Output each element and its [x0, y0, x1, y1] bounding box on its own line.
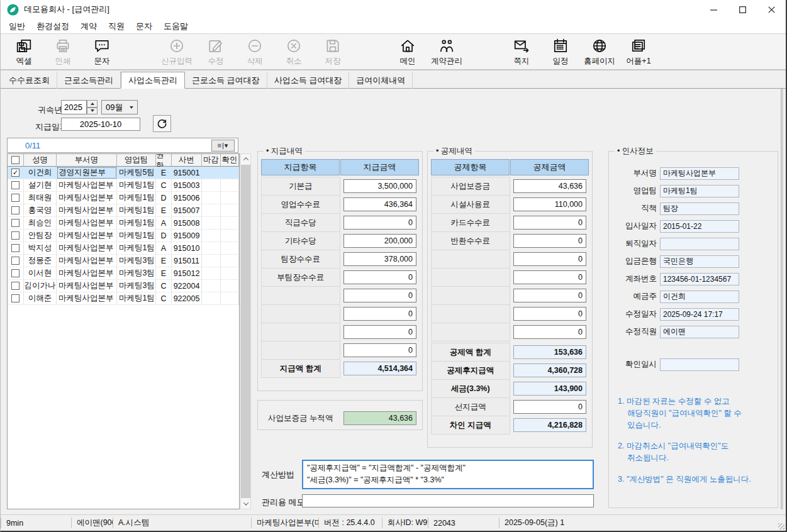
tab[interactable]: 급여이체내역	[349, 72, 413, 89]
col-dept[interactable]: 부서명	[57, 154, 117, 167]
row-checkbox[interactable]	[8, 192, 24, 204]
pay-date-input[interactable]	[61, 118, 140, 131]
col-auth[interactable]: 권한	[156, 154, 172, 167]
deduction-amount-input[interactable]: 110,000	[513, 197, 586, 211]
payment-amount-input[interactable]: 200,000	[343, 234, 416, 248]
toolbar-item[interactable]: 삭제	[235, 36, 274, 67]
deduction-amount-input[interactable]: 0	[513, 289, 586, 302]
employee-row[interactable]: 안팀장 마케팅사업본부 마케팅1팀 D 915009	[8, 230, 239, 242]
minimize-icon[interactable]	[699, 0, 728, 19]
list-menu-button[interactable]: ≡|▾	[211, 140, 235, 152]
refresh-button[interactable]	[153, 115, 171, 132]
deduction-summary: 공제액 합계 153,636 공제후지급액 4,360,728 세금(3.3%)…	[431, 343, 589, 435]
tab[interactable]: 사업소득관리	[121, 72, 185, 89]
employee-row[interactable]: 설기현 마케팅사업본부 마케팅1팀 C 915003	[8, 179, 239, 192]
deduction-amount-input[interactable]: 0	[513, 325, 586, 339]
toolbar-item[interactable]: 문자	[82, 36, 121, 67]
year-spinner[interactable]	[87, 100, 98, 114]
col-name[interactable]: 성명	[24, 154, 57, 167]
toolbar-item[interactable]: 계약관리	[427, 36, 466, 67]
deduction-summary-value[interactable]: 0	[513, 400, 586, 414]
employee-row[interactable]: 박지성 마케팅사업본부 마케팅1팀 A 915010	[8, 242, 239, 255]
employee-row[interactable]: 이서현 마케팅사업본부 마케팅3팀 E 915012	[8, 267, 239, 280]
menu-item[interactable]: 직원	[103, 19, 130, 33]
toolbar-item[interactable]: 홈페이지	[580, 36, 619, 67]
toolbar-item[interactable]: 저장	[313, 36, 352, 67]
row-checkbox[interactable]	[8, 167, 24, 179]
menu-item[interactable]: 문자	[130, 19, 158, 33]
resize-grip[interactable]	[778, 523, 784, 529]
col-confirm[interactable]: 확인	[221, 154, 239, 167]
scroll-up-icon[interactable]	[241, 154, 250, 164]
deduction-row: 0	[431, 304, 589, 323]
payment-amount-input[interactable]: 0	[343, 325, 416, 339]
row-checkbox[interactable]	[8, 242, 24, 255]
menu-item[interactable]: 환경설정	[31, 19, 75, 33]
row-checkbox[interactable]	[8, 255, 24, 267]
scroll-down-icon[interactable]	[241, 499, 250, 509]
spin-down-icon[interactable]	[87, 108, 98, 115]
menu-item[interactable]: 일반	[3, 19, 31, 33]
payment-amount-input[interactable]: 0	[343, 289, 416, 302]
month-select[interactable]: 09월	[101, 100, 138, 114]
payment-panel-title: 지급내역	[264, 146, 305, 157]
payment-amount-input[interactable]: 0	[343, 307, 416, 321]
right-scroll-strip[interactable]	[781, 89, 783, 509]
status-bar: 9min에이맨(900000)A.시스템마케팅사업본부(마케팅1팀)버전 : 2…	[1, 514, 786, 531]
maximize-icon[interactable]	[728, 0, 757, 19]
deduction-amount-input[interactable]: 0	[513, 234, 586, 248]
row-checkbox[interactable]	[8, 280, 24, 292]
spin-up-icon[interactable]	[87, 100, 98, 108]
toolbar-item[interactable]: 수정	[196, 36, 235, 67]
deduction-amount-input[interactable]: 0	[513, 252, 586, 266]
memo-input[interactable]	[302, 494, 594, 507]
row-checkbox[interactable]	[8, 267, 24, 280]
col-empno[interactable]: 사번	[172, 154, 202, 167]
sms-icon	[94, 36, 110, 55]
employee-row[interactable]: 홍국영 마케팅사업본부 마케팅1팀 E 915007	[8, 204, 239, 217]
row-checkbox[interactable]	[8, 179, 24, 192]
payment-amount-input[interactable]: 436,364	[343, 197, 416, 211]
payment-amount-input[interactable]: 3,500,000	[343, 179, 416, 193]
toolbar-item[interactable]: 신규입력	[157, 36, 196, 67]
toolbar-item[interactable]: 인쇄	[43, 36, 82, 67]
employee-list-scrollbar[interactable]	[240, 153, 251, 509]
menu-item[interactable]: 계약	[75, 19, 103, 33]
deduction-amount-input[interactable]: 0	[513, 270, 586, 284]
tab[interactable]: 사업소득 급여대장	[267, 72, 350, 89]
close-icon[interactable]	[757, 0, 786, 19]
deduction-amount-input[interactable]: 0	[513, 216, 586, 230]
tab[interactable]: 근로소득 급여대장	[185, 72, 267, 89]
employee-row[interactable]: 최태원 마케팅사업본부 마케팅1팀 D 915006	[8, 192, 239, 204]
year-input[interactable]	[61, 100, 87, 114]
menu-item[interactable]: 도움말	[158, 19, 194, 33]
employee-row[interactable]: 최승인 마케팅사업본부 마케팅1팀 A 915008	[8, 217, 239, 230]
tab[interactable]: 수수료조회	[2, 72, 57, 89]
payment-amount-input[interactable]: 378,000	[343, 252, 416, 266]
payment-amount-input[interactable]: 0	[343, 270, 416, 284]
toolbar-item[interactable]: 일정	[541, 36, 580, 67]
tab[interactable]: 근로소득관리	[57, 72, 121, 89]
toolbar-item[interactable]: 메인	[388, 36, 427, 67]
deduction-amount-input[interactable]: 43,636	[513, 179, 586, 193]
employee-row[interactable]: 이건희 경영지원본부 마케팅5팀 E 915001	[8, 167, 239, 179]
payment-amount-input[interactable]: 0	[343, 216, 416, 230]
toolbar-item[interactable]: 취소	[274, 36, 313, 67]
header-checkbox-cell[interactable]	[8, 154, 24, 167]
scroll-thumb[interactable]	[241, 165, 250, 498]
toolbar-item[interactable]: 엑셀	[4, 36, 43, 67]
col-team[interactable]: 영업팀	[117, 154, 156, 167]
employee-row[interactable]: 정몽준 마케팅사업본부 마케팅3팀 E 915011	[8, 255, 239, 267]
toolbar-item[interactable]: 어플+1	[619, 36, 658, 67]
payment-amount-input[interactable]: 0	[343, 343, 416, 357]
employee-row[interactable]: 김이가나 마케팅사업본부 마케팅3팀 C 922004	[8, 280, 239, 292]
row-checkbox[interactable]	[8, 230, 24, 242]
toolbar-item[interactable]: 쪽지	[502, 36, 541, 67]
calc-method-textarea[interactable]: "공제후지급액" = "지급액합계" - "공제액합계" "세금(3.3%)" …	[302, 460, 594, 489]
deduction-amount-input[interactable]: 0	[513, 307, 586, 321]
row-checkbox[interactable]	[8, 204, 24, 217]
row-checkbox[interactable]	[8, 292, 24, 305]
row-checkbox[interactable]	[8, 217, 24, 230]
col-closed[interactable]: 마감	[202, 154, 221, 167]
employee-row[interactable]: 이해준 마케팅사업본부 마케팅1팀 C 922005	[8, 292, 239, 305]
